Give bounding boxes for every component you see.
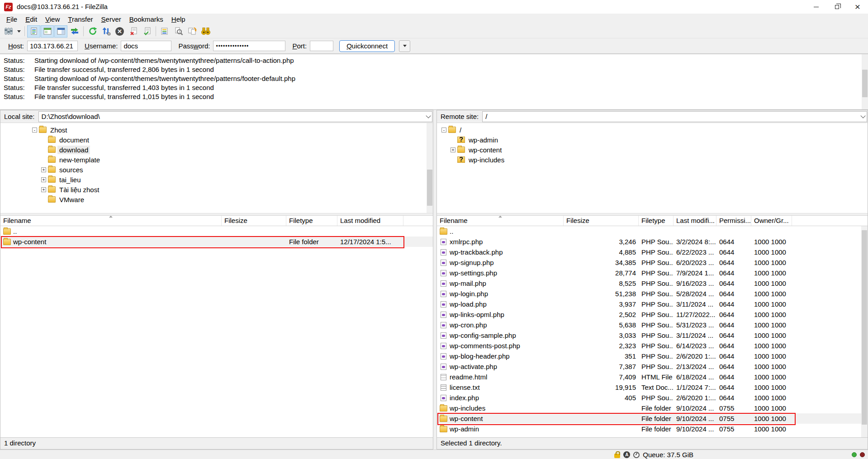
local-tree-item[interactable]: + Tài liệu zhost (0, 185, 433, 194)
local-site-combo[interactable]: D:\Zhost\download\ (38, 111, 432, 122)
local-tree-scrollbar[interactable] (427, 123, 433, 213)
remote-file-row[interactable]: .. (437, 226, 868, 237)
remote-file-row[interactable]: index.php 405 PHP Sou... 2/6/2020 1:... … (437, 393, 868, 403)
successful-transfers-button[interactable] (140, 25, 153, 38)
toggle-transfer-queue-button[interactable] (68, 25, 81, 38)
local-tree-item[interactable]: - Zhost (0, 125, 433, 135)
remote-file-row[interactable]: wp-blog-header.php 351 PHP Sou... 2/6/20… (437, 351, 868, 361)
local-tree-item[interactable]: + tai_lieu (0, 175, 433, 185)
menu-item[interactable]: Bookmarks (125, 14, 167, 24)
menu-item[interactable]: Server (97, 14, 125, 24)
local-tree-item[interactable]: + sources (0, 165, 433, 175)
remote-file-row[interactable]: wp-comments-post.php 2,323 PHP Sou... 6/… (437, 341, 868, 351)
remote-file-row[interactable]: wp-login.php 51,238 PHP Sou... 5/28/2024… (437, 289, 868, 299)
lock-icon[interactable] (614, 454, 620, 458)
vertical-splitter[interactable] (433, 110, 436, 450)
menu-item[interactable]: View (41, 14, 64, 24)
tree-expander-icon[interactable]: + (451, 147, 455, 152)
file-name: wp-settings.php (450, 269, 497, 277)
column-header-filetype[interactable]: Filetype (639, 216, 674, 226)
tree-expander-icon[interactable]: - (32, 128, 37, 132)
menu-item[interactable]: Edit (21, 14, 41, 24)
column-header-filesize[interactable]: Filesize (564, 216, 639, 226)
toggle-local-tree-button[interactable] (41, 25, 54, 38)
menu-item[interactable]: Help (167, 14, 190, 24)
remote-file-row[interactable]: wp-links-opml.php 2,502 PHP Sou... 11/27… (437, 309, 868, 320)
remote-site-combo[interactable]: / (482, 111, 867, 122)
remote-file-row[interactable]: wp-load.php 3,937 PHP Sou... 3/11/2024 .… (437, 299, 868, 309)
column-header-permissions[interactable]: Permissi... (716, 216, 751, 226)
remote-file-row[interactable]: wp-config-sample.php 3,033 PHP Sou... 3/… (437, 330, 868, 341)
cancel-button[interactable]: ✕ (113, 25, 126, 38)
file-name: wp-admin (450, 425, 479, 433)
host-input[interactable] (27, 41, 78, 51)
chevron-down-icon[interactable] (426, 113, 431, 118)
file-permissions: 0644 (716, 373, 751, 381)
delete-failed-transfers-button[interactable] (127, 25, 140, 38)
remote-file-row[interactable]: wp-cron.php 5,638 PHP Sou... 5/31/2023 .… (437, 320, 868, 330)
local-tree-item[interactable]: download (0, 145, 433, 155)
process-queue-button[interactable] (100, 25, 113, 38)
find-files-button[interactable] (172, 25, 185, 38)
remote-tree-item[interactable]: - / (437, 125, 868, 135)
refresh-button[interactable] (86, 25, 99, 38)
remote-file-row[interactable]: xmlrpc.php 3,246 PHP Sou... 3/2/2024 8:.… (437, 237, 868, 247)
quickconnect-button[interactable]: Quickconnect (339, 40, 395, 52)
remote-file-row[interactable]: readme.html 7,409 HTML File 6/18/2024 ..… (437, 372, 868, 382)
toggle-message-log-button[interactable] (27, 25, 40, 38)
directory-comparison-button[interactable] (158, 25, 171, 38)
tree-expander-icon[interactable]: + (41, 167, 46, 172)
username-input[interactable] (121, 41, 171, 51)
tree-expander-icon[interactable]: - (441, 128, 446, 132)
column-header-last-modified[interactable]: Last modified (337, 216, 403, 226)
close-button[interactable]: × (847, 0, 868, 14)
local-tree-item[interactable]: new-template (0, 155, 433, 165)
remote-file-row[interactable]: wp-content File folder 9/10/2024 ... 075… (437, 413, 868, 424)
site-manager-button[interactable] (2, 25, 15, 38)
file-size: 5,638 (564, 321, 639, 329)
toolbar-separator (24, 26, 25, 36)
menu-item[interactable]: File (2, 14, 21, 24)
menu-item[interactable]: Transfer (64, 14, 97, 24)
remote-file-row[interactable]: wp-includes File folder 9/10/2024 ... 07… (437, 403, 868, 413)
speed-gauge-icon[interactable] (633, 452, 640, 458)
remote-list-scrollbar-thumb[interactable] (862, 230, 867, 425)
site-manager-dropdown-button[interactable] (15, 25, 22, 38)
local-file-row[interactable]: .. (0, 226, 433, 237)
gear-auto-icon[interactable]: A (623, 451, 630, 458)
column-header-owner-group[interactable]: Owner/Gr... (751, 216, 792, 226)
remote-file-row[interactable]: wp-activate.php 7,387 PHP Sou... 2/13/20… (437, 361, 868, 372)
remote-tree-item[interactable]: wp-includes (437, 155, 868, 165)
synchronized-browsing-button[interactable] (185, 25, 199, 38)
remote-tree-item[interactable]: + wp-content (437, 145, 868, 155)
log-scrollbar[interactable] (862, 54, 868, 109)
remote-file-row[interactable]: wp-admin File folder 9/10/2024 ... 0755 … (437, 424, 868, 434)
remote-tree-item[interactable]: wp-admin (437, 135, 868, 145)
remote-file-row[interactable]: wp-mail.php 8,525 PHP Sou... 9/16/2023 .… (437, 278, 868, 289)
toggle-remote-tree-button[interactable] (54, 25, 67, 38)
local-tree-item[interactable]: document (0, 135, 433, 145)
local-tree-item[interactable]: VMware (0, 194, 433, 204)
remote-list-scrollbar[interactable] (861, 226, 868, 437)
local-tree-scrollbar-thumb[interactable] (427, 170, 432, 206)
password-input[interactable] (213, 41, 285, 51)
tree-expander-icon[interactable]: + (41, 177, 46, 182)
remote-file-row[interactable]: wp-trackback.php 4,885 PHP Sou... 6/22/2… (437, 247, 868, 257)
minimize-button[interactable] (806, 0, 826, 14)
filter-button[interactable] (199, 25, 212, 38)
tree-expander-icon[interactable]: + (41, 187, 46, 192)
column-header-last-modified[interactable]: Last modifi... (674, 216, 716, 226)
remote-file-row[interactable]: wp-signup.php 34,385 PHP Sou... 6/20/202… (437, 257, 868, 268)
local-file-row[interactable]: wp-content File folder 12/17/2024 1:5... (0, 237, 433, 247)
file-owner-group: 1000 1000 (751, 373, 792, 381)
restore-button[interactable] (826, 0, 847, 14)
chevron-down-icon[interactable] (860, 113, 865, 118)
column-header-filetype[interactable]: Filetype (286, 216, 337, 226)
quickconnect-dropdown-button[interactable] (399, 40, 410, 52)
remote-file-row[interactable]: license.txt 19,915 Text Doc... 1/1/2024 … (437, 382, 868, 393)
column-header-filesize[interactable]: Filesize (222, 216, 286, 226)
file-type: File folder (639, 425, 674, 433)
remote-file-row[interactable]: wp-settings.php 28,774 PHP Sou... 7/9/20… (437, 268, 868, 278)
log-scrollbar-thumb[interactable] (862, 70, 868, 97)
port-input[interactable] (310, 41, 333, 51)
